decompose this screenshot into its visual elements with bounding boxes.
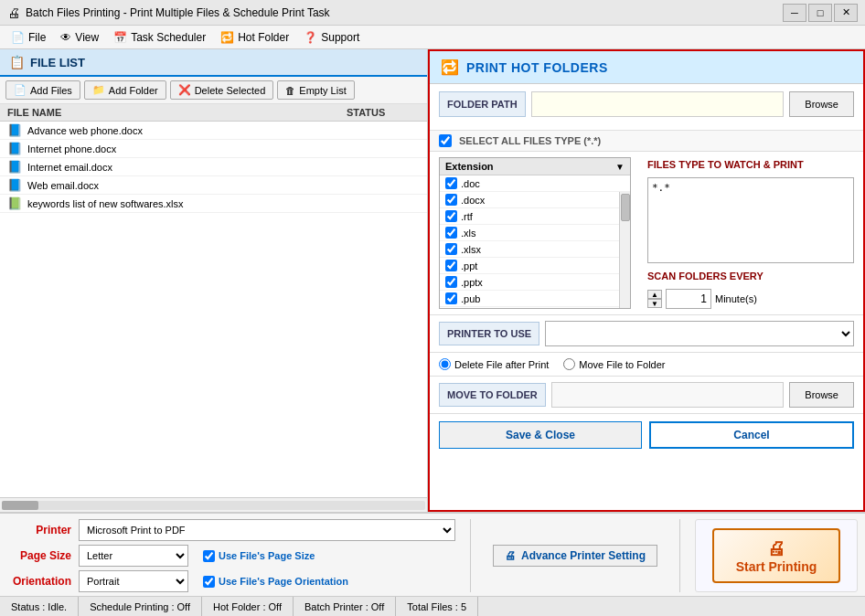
word-file-icon: 📘 xyxy=(7,160,22,174)
delete-file-option[interactable]: Delete File after Print xyxy=(439,358,549,370)
ext-item-xlsx[interactable]: .xlsx xyxy=(440,241,630,258)
schedule-printing-status: Schedule Printing : Off xyxy=(79,597,202,616)
list-item[interactable]: 📘 Advance web phone.docx xyxy=(0,122,427,140)
ext-checkbox-docx[interactable] xyxy=(445,194,457,206)
add-files-button[interactable]: 📄 Add Files xyxy=(5,80,80,100)
scan-row: ▲ ▼ Minute(s) xyxy=(647,289,854,309)
cancel-button[interactable]: Cancel xyxy=(649,421,854,449)
ext-item-xls[interactable]: .xls xyxy=(440,225,630,241)
list-item[interactable]: 📗 keywords list of new softwares.xlsx xyxy=(0,195,427,213)
printer-to-use-row: PRINTER TO USE xyxy=(430,315,863,353)
delete-icon: ❌ xyxy=(178,84,191,96)
file-list: 📘 Advance web phone.docx 📘 Internet phon… xyxy=(0,122,427,497)
menu-hot-folder[interactable]: 🔁 Hot Folder xyxy=(213,28,296,47)
app-icon: 🖨 xyxy=(7,5,20,20)
add-folder-icon: 📁 xyxy=(92,84,105,96)
bottom-main: Printer Microsoft Print to PDF Page Size… xyxy=(7,519,858,592)
ext-scrollbar[interactable] xyxy=(619,192,630,308)
watch-textarea[interactable]: *.* xyxy=(647,177,854,263)
ext-item-doc[interactable]: .doc xyxy=(440,175,630,192)
use-file-page-size-option[interactable]: Use File's Page Size xyxy=(203,550,315,562)
maximize-button[interactable]: □ xyxy=(808,4,832,22)
select-all-checkbox[interactable] xyxy=(439,134,452,147)
list-item[interactable]: 📘 Internet phone.docx xyxy=(0,140,427,158)
delete-selected-button[interactable]: ❌ Delete Selected xyxy=(170,80,274,100)
page-size-select[interactable]: Letter xyxy=(79,545,188,567)
advance-printer-button[interactable]: 🖨 Advance Printer Setting xyxy=(493,545,657,567)
hot-folder-icon: 🔁 xyxy=(220,31,234,44)
app-title: Batch Files Printing - Print Multiple Fi… xyxy=(26,6,783,19)
action-buttons: Save & Close Cancel xyxy=(430,414,863,456)
word-file-icon: 📘 xyxy=(7,123,22,137)
use-file-page-size-checkbox[interactable] xyxy=(203,550,215,562)
content-area: 📋 FILE LIST 📄 Add Files 📁 Add Folder ❌ D… xyxy=(0,49,865,512)
bottom-left: Printer Microsoft Print to PDF Page Size… xyxy=(7,519,455,592)
view-icon: 👁 xyxy=(60,31,71,44)
calendar-icon: 📅 xyxy=(113,31,127,44)
close-button[interactable]: ✕ xyxy=(834,4,858,22)
ext-checkbox-rtf[interactable] xyxy=(445,210,457,222)
save-close-button[interactable]: Save & Close xyxy=(439,421,642,449)
ext-checkbox-pub[interactable] xyxy=(445,292,457,304)
menu-support[interactable]: ❓ Support xyxy=(296,28,367,47)
window-controls: ─ □ ✕ xyxy=(783,4,858,22)
delete-file-radio[interactable] xyxy=(439,358,451,370)
folder-path-input[interactable] xyxy=(531,91,785,117)
ext-item-ppt[interactable]: .ppt xyxy=(440,258,630,274)
horizontal-scrollbar[interactable] xyxy=(0,497,427,512)
move-browse-button[interactable]: Browse xyxy=(789,382,854,408)
ext-checkbox-pptx[interactable] xyxy=(445,276,457,288)
bottom-settings-bar: Printer Microsoft Print to PDF Page Size… xyxy=(0,512,865,596)
word-file-icon: 📘 xyxy=(7,178,22,192)
folder-path-row: FOLDER PATH Browse xyxy=(439,91,854,117)
add-folder-button[interactable]: 📁 Add Folder xyxy=(84,80,166,100)
hot-folders-panel: 🔁 PRINT HOT FOLDERS FOLDER PATH Browse S… xyxy=(428,49,865,512)
use-file-orientation-option[interactable]: Use File's Page Orientation xyxy=(203,576,348,588)
folder-browse-button[interactable]: Browse xyxy=(789,91,854,117)
file-list-icon: 📋 xyxy=(9,55,25,69)
scan-up-button[interactable]: ▲ xyxy=(647,290,662,299)
move-to-folder-label: MOVE TO FOLDER xyxy=(439,383,546,407)
ext-dropdown-icon[interactable]: ▼ xyxy=(615,162,625,172)
scan-down-button[interactable]: ▼ xyxy=(647,299,662,308)
batch-printer-status: Batch Printer : Off xyxy=(294,597,396,616)
move-file-radio[interactable] xyxy=(563,358,575,370)
list-item[interactable]: 📘 Web email.docx xyxy=(0,176,427,195)
move-to-folder-input[interactable] xyxy=(551,382,785,408)
scan-value-input[interactable] xyxy=(666,289,711,309)
ext-item-rtf[interactable]: .rtf xyxy=(440,208,630,225)
file-list-columns: FILE NAME STATUS xyxy=(0,104,427,122)
empty-list-button[interactable]: 🗑 Empty List xyxy=(277,80,354,100)
start-printing-button[interactable]: 🖨 Start Printing xyxy=(712,528,840,583)
move-file-option[interactable]: Move File to Folder xyxy=(563,358,665,370)
empty-list-icon: 🗑 xyxy=(285,85,295,96)
extension-area: Extension ▼ .doc .docx xyxy=(430,152,863,315)
printer-select[interactable]: Microsoft Print to PDF xyxy=(79,519,455,541)
menu-task-scheduler[interactable]: 📅 Task Scheduler xyxy=(106,28,213,47)
select-all-row: SELECT ALL FILES TYPE (*.*) xyxy=(430,131,863,152)
extension-list-container: Extension ▼ .doc .docx xyxy=(439,157,640,309)
title-bar: 🖨 Batch Files Printing - Print Multiple … xyxy=(0,0,865,26)
ext-item-pptx[interactable]: .pptx xyxy=(440,274,630,291)
use-file-orientation-checkbox[interactable] xyxy=(203,576,215,588)
watch-section: FILES TYPE TO WATCH & PRINT *.* SCAN FOL… xyxy=(647,157,854,309)
main-container: 📋 FILE LIST 📄 Add Files 📁 Add Folder ❌ D… xyxy=(0,49,865,616)
list-item[interactable]: 📘 Internet email.docx xyxy=(0,158,427,176)
menu-view[interactable]: 👁 View xyxy=(53,28,106,47)
ext-checkbox-xls[interactable] xyxy=(445,227,457,239)
file-toolbar: 📄 Add Files 📁 Add Folder ❌ Delete Select… xyxy=(0,77,427,104)
ext-checkbox-xlsx[interactable] xyxy=(445,243,457,255)
ext-item-pub[interactable]: .pub xyxy=(440,291,630,307)
minimize-button[interactable]: ─ xyxy=(783,4,806,22)
ext-checkbox-ppt[interactable] xyxy=(445,260,457,271)
printer-to-use-select[interactable] xyxy=(545,321,854,346)
menu-file[interactable]: 📄 File xyxy=(4,28,53,47)
folder-path-label: FOLDER PATH xyxy=(439,91,526,117)
watch-label: FILES TYPE TO WATCH & PRINT xyxy=(647,157,854,172)
ext-item-docx[interactable]: .docx xyxy=(440,192,630,208)
ext-checkbox-doc[interactable] xyxy=(445,177,457,189)
move-to-folder-row: MOVE TO FOLDER Browse xyxy=(430,377,863,414)
ext-items-list: .doc .docx .rtf xyxy=(440,175,630,308)
orientation-select[interactable]: Portrait xyxy=(79,570,188,592)
hot-folders-header: 🔁 PRINT HOT FOLDERS xyxy=(430,51,863,84)
